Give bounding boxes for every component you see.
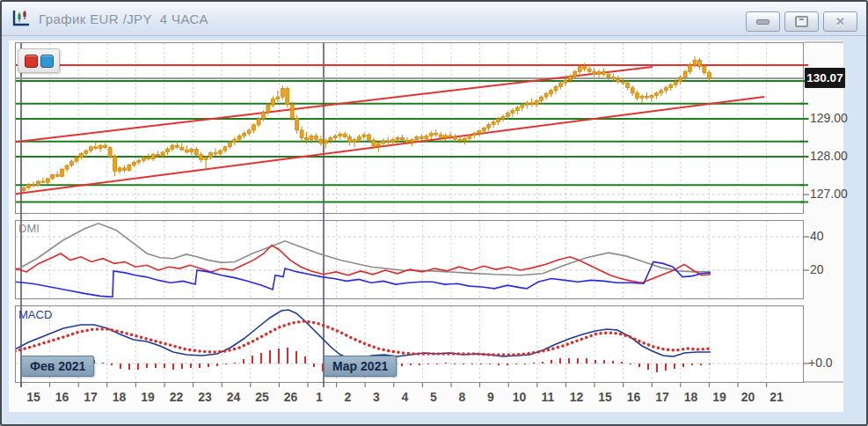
- macd-histogram-bar: [419, 364, 420, 365]
- macd-histogram-bar: [594, 360, 596, 364]
- trend-channel-line: [11, 97, 764, 195]
- macd-histogram-bar: [445, 363, 447, 364]
- macd-histogram-bar: [146, 364, 148, 368]
- macd-histogram-bar: [216, 364, 218, 366]
- price-plot[interactable]: [11, 65, 804, 202]
- macd-histogram-bar: [278, 349, 280, 364]
- chart-window: График EUR /JPY 4 ЧАСА ✕ 130.07 129.00 1…: [0, 0, 868, 426]
- macd-histogram-bar: [674, 364, 675, 369]
- day-label: 9: [487, 390, 494, 404]
- macd-histogram-bar: [410, 364, 412, 365]
- day-label: 16: [55, 390, 69, 404]
- dmi-line-minus-di: [16, 262, 711, 297]
- day-label: 24: [227, 390, 241, 404]
- macd-histogram-bar: [665, 364, 667, 371]
- macd-histogram-bar: [647, 364, 649, 370]
- macd-histogram-bar: [621, 362, 623, 364]
- macd-histogram-bar: [709, 364, 711, 364]
- day-label: 2: [345, 390, 352, 404]
- macd-histogram-bar: [164, 364, 165, 368]
- macd-histogram-bar: [480, 364, 482, 364]
- day-label: 18: [684, 390, 698, 404]
- candlesticks[interactable]: [22, 56, 711, 193]
- price-axis-label: 128.00: [810, 149, 849, 163]
- macd-line: [15, 310, 711, 359]
- price-axis-label: 127.00: [810, 187, 849, 201]
- macd-histogram-bar: [463, 364, 464, 364]
- macd-histogram-bar: [304, 356, 306, 364]
- macd-histogram-bar: [313, 364, 315, 367]
- day-label: 12: [570, 390, 584, 404]
- dmi-line-plusminus-di: [16, 246, 711, 283]
- macd-histogram-bar: [234, 363, 236, 364]
- month-label-feb: Фев 2021: [21, 356, 94, 377]
- macd-histogram-bar: [190, 364, 192, 368]
- macd-histogram-bar: [542, 362, 543, 364]
- macd-histogram-bar: [111, 364, 113, 365]
- macd-histogram-bar: [260, 353, 262, 364]
- macd-histogram-bar: [128, 364, 130, 370]
- macd-histogram-bar: [243, 359, 244, 364]
- day-label: 25: [255, 390, 269, 404]
- macd-histogram-bar: [155, 364, 157, 368]
- day-label: 4: [402, 390, 409, 404]
- macd-histogram-bar: [269, 350, 271, 364]
- day-label: 20: [741, 390, 755, 404]
- macd-signal-line: [15, 321, 711, 355]
- day-label: 19: [712, 390, 726, 404]
- dmi-plot[interactable]: [16, 224, 711, 297]
- macd-histogram-bar: [436, 364, 438, 364]
- red-marker-button[interactable]: [25, 55, 38, 68]
- macd-histogram-bar: [172, 364, 174, 370]
- day-label: 5: [430, 390, 437, 404]
- day-label: 22: [170, 390, 184, 404]
- macd-histogram-bar: [489, 364, 491, 364]
- macd-histogram-bar: [612, 361, 614, 364]
- day-label: 19: [141, 390, 155, 404]
- day-label: 15: [26, 390, 40, 404]
- macd-indicator-title: MACD: [18, 308, 52, 321]
- macd-histogram-bar: [603, 360, 605, 364]
- macd-histogram-bar: [630, 364, 631, 364]
- day-label: 18: [113, 390, 127, 404]
- macd-histogram-bar: [401, 364, 403, 366]
- dmi-line-adx: [16, 224, 711, 275]
- macd-histogram-bar: [181, 364, 183, 369]
- day-label: 17: [84, 390, 98, 404]
- day-label: 8: [459, 390, 466, 404]
- macd-histogram-bar: [295, 351, 297, 364]
- macd-histogram-bar: [656, 364, 658, 372]
- chart-graphics: [2, 2, 868, 426]
- macd-histogram-bar: [638, 364, 640, 367]
- price-axis-ticks: [800, 65, 809, 364]
- day-label: 15: [598, 390, 612, 404]
- dmi-indicator-title: DMI: [18, 222, 40, 235]
- macd-histogram-bar: [471, 364, 473, 364]
- macd-histogram-bar: [700, 364, 702, 365]
- macd-histogram-bar: [252, 356, 253, 364]
- day-label: 11: [542, 390, 555, 404]
- blue-marker-button[interactable]: [40, 55, 54, 68]
- macd-histogram-bar: [682, 364, 684, 367]
- price-axis-label: 129.00: [810, 111, 849, 125]
- day-label: 16: [627, 390, 641, 404]
- macd-histogram-bar: [199, 364, 201, 368]
- macd-histogram-bar: [533, 363, 535, 364]
- macd-histogram-bar: [551, 360, 552, 364]
- macd-histogram-bar: [586, 358, 587, 364]
- macd-axis-label: +0.0: [808, 356, 833, 370]
- macd-histogram-bar: [120, 364, 121, 369]
- macd-histogram-bar: [137, 364, 139, 370]
- day-label: 3: [373, 390, 380, 404]
- mini-toolbar: [18, 48, 60, 73]
- macd-histogram-bar: [498, 364, 500, 365]
- day-label: 21: [770, 390, 784, 404]
- macd-histogram-bar: [691, 364, 693, 365]
- day-label: 10: [513, 390, 527, 404]
- macd-histogram-bar: [559, 358, 561, 364]
- macd-histogram-bar: [507, 364, 508, 365]
- macd-histogram-bar: [14, 362, 16, 364]
- macd-histogram-bar: [208, 364, 209, 367]
- macd-histogram-bar: [225, 364, 227, 364]
- macd-histogram-bar: [577, 358, 579, 364]
